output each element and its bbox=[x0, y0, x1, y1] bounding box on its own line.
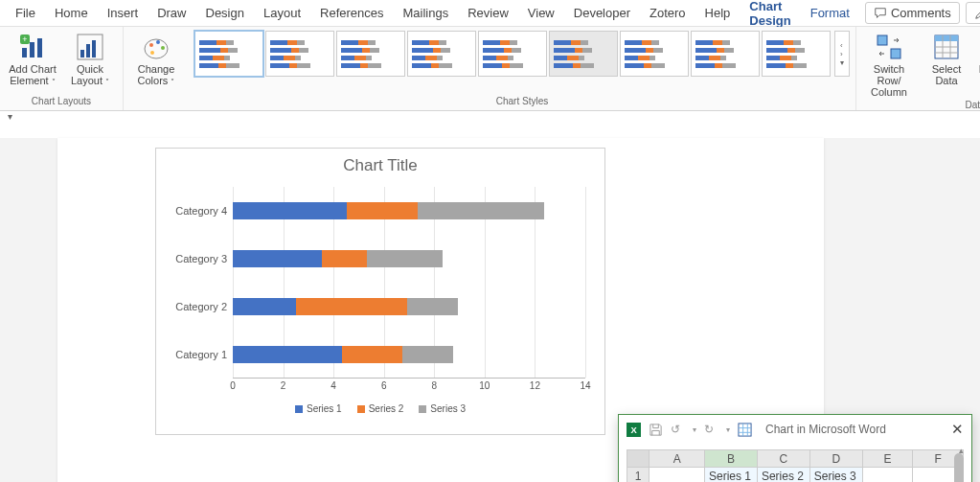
tab-view[interactable]: View bbox=[518, 2, 564, 24]
tab-references[interactable]: References bbox=[310, 2, 393, 24]
tab-draw[interactable]: Draw bbox=[148, 2, 195, 24]
redo-icon[interactable]: ↻ bbox=[704, 423, 718, 437]
quick-layout-button[interactable]: Quick Layout ˅ bbox=[63, 31, 117, 88]
data-window-title: Chart in Microsoft Word bbox=[765, 423, 944, 436]
svg-rect-7 bbox=[86, 44, 90, 57]
chart-object[interactable]: Chart Title Category 4Category 3Category… bbox=[155, 148, 605, 435]
svg-rect-26 bbox=[739, 423, 751, 435]
style-thumb-7[interactable] bbox=[620, 31, 689, 77]
pencil-icon bbox=[974, 7, 980, 20]
group-chart-styles: ‹›▾ Chart Styles bbox=[189, 27, 856, 110]
style-thumb-8[interactable] bbox=[691, 31, 760, 77]
chart-x-axis: 02468101214 bbox=[233, 380, 585, 394]
svg-rect-2 bbox=[37, 38, 42, 57]
category-label: Category 2 bbox=[164, 301, 227, 312]
close-icon[interactable]: ✕ bbox=[951, 421, 964, 438]
data-window-toolbar: X ↺ ▾ ↻ ▾ Chart in Microsoft Word ✕ bbox=[619, 415, 971, 444]
svg-rect-15 bbox=[891, 49, 900, 58]
svg-point-10 bbox=[149, 43, 153, 47]
undo-icon[interactable]: ↺ bbox=[671, 423, 685, 437]
style-thumb-6[interactable] bbox=[549, 31, 618, 77]
tab-mailings[interactable]: Mailings bbox=[394, 2, 459, 24]
scroll-up-icon[interactable]: ▴ bbox=[959, 446, 964, 455]
chart-legend[interactable]: Series 1Series 2Series 3 bbox=[156, 403, 604, 414]
svg-text:+: + bbox=[22, 34, 27, 44]
tab-review[interactable]: Review bbox=[458, 2, 518, 24]
group-change-colors: Change Colors ˅ bbox=[124, 27, 189, 110]
style-thumb-3[interactable] bbox=[336, 31, 405, 77]
chart-data-window[interactable]: X ↺ ▾ ↻ ▾ Chart in Microsoft Word ✕ ABCD… bbox=[618, 414, 972, 482]
select-data-button[interactable]: Select Data bbox=[920, 31, 973, 86]
comment-icon bbox=[874, 7, 887, 20]
tab-file[interactable]: File bbox=[6, 2, 45, 24]
style-thumb-1[interactable] bbox=[194, 31, 263, 77]
select-data-icon bbox=[932, 33, 961, 61]
tab-help[interactable]: Help bbox=[695, 2, 741, 24]
spreadsheet[interactable]: ABCDEF1Series 1Series 2Series 32Category… bbox=[627, 449, 964, 482]
group-chart-layouts: + Add Chart Element ˅ Quick Layout ˅ Cha… bbox=[0, 27, 124, 110]
style-thumb-4[interactable] bbox=[407, 31, 476, 77]
tab-developer[interactable]: Developer bbox=[564, 2, 640, 24]
tab-home[interactable]: Home bbox=[45, 2, 98, 24]
chart-title[interactable]: Chart Title bbox=[156, 149, 604, 187]
svg-rect-0 bbox=[22, 48, 27, 57]
editing-button[interactable]: Editing ▾ bbox=[966, 2, 980, 24]
bar-stack[interactable] bbox=[233, 298, 458, 315]
switch-icon bbox=[875, 33, 903, 61]
grid-icon[interactable] bbox=[738, 423, 752, 437]
quick-layout-icon bbox=[76, 33, 104, 61]
category-label: Category 4 bbox=[164, 205, 227, 217]
style-thumb-5[interactable] bbox=[478, 31, 547, 77]
svg-point-12 bbox=[161, 46, 165, 50]
svg-point-11 bbox=[156, 40, 160, 44]
svg-rect-17 bbox=[935, 35, 958, 41]
tab-design[interactable]: Design bbox=[196, 2, 254, 24]
tab-zotero[interactable]: Zotero bbox=[640, 2, 695, 24]
ribbon: + Add Chart Element ˅ Quick Layout ˅ Cha… bbox=[0, 27, 980, 111]
comments-button[interactable]: Comments bbox=[865, 2, 960, 24]
tab-format[interactable]: Format bbox=[801, 2, 859, 24]
tab-layout[interactable]: Layout bbox=[254, 2, 310, 24]
add-chart-element-icon: + bbox=[18, 33, 47, 61]
svg-text:X: X bbox=[630, 425, 637, 435]
category-label: Category 3 bbox=[164, 253, 227, 264]
svg-rect-8 bbox=[92, 40, 96, 57]
ribbon-options-button[interactable]: ▾ bbox=[8, 111, 21, 125]
vertical-scrollbar[interactable] bbox=[954, 453, 964, 482]
bar-stack[interactable] bbox=[233, 250, 443, 267]
category-label: Category 1 bbox=[164, 349, 227, 360]
svg-rect-1 bbox=[30, 42, 34, 57]
excel-icon: X bbox=[627, 423, 641, 437]
style-thumb-2[interactable] bbox=[265, 31, 334, 77]
style-gallery bbox=[194, 31, 831, 77]
document-area: Chart Title Category 4Category 3Category… bbox=[0, 138, 980, 482]
svg-point-13 bbox=[150, 51, 154, 55]
switch-row-column-button[interactable]: Switch Row/ Column bbox=[862, 31, 916, 98]
bar-stack[interactable] bbox=[233, 202, 544, 219]
style-more-button[interactable]: ‹›▾ bbox=[834, 31, 850, 77]
add-chart-element-button[interactable]: + Add Chart Element ˅ bbox=[6, 31, 59, 88]
group-data: Switch Row/ Column Select Data Edit Data… bbox=[856, 27, 980, 110]
change-colors-button[interactable]: Change Colors ˅ bbox=[129, 31, 183, 88]
svg-rect-6 bbox=[80, 50, 84, 57]
legend-item[interactable]: Series 1 bbox=[295, 403, 342, 414]
legend-item[interactable]: Series 2 bbox=[357, 403, 404, 414]
svg-rect-14 bbox=[877, 35, 887, 45]
tab-insert[interactable]: Insert bbox=[98, 2, 148, 24]
palette-icon bbox=[142, 33, 171, 61]
chart-plot-area[interactable]: Category 4Category 3Category 2Category 1 bbox=[233, 187, 585, 379]
menu-bar: File Home Insert Draw Design Layout Refe… bbox=[0, 0, 980, 27]
style-thumb-9[interactable] bbox=[762, 31, 831, 77]
bar-stack[interactable] bbox=[233, 346, 453, 363]
save-icon[interactable] bbox=[649, 423, 663, 437]
legend-item[interactable]: Series 3 bbox=[419, 403, 466, 414]
